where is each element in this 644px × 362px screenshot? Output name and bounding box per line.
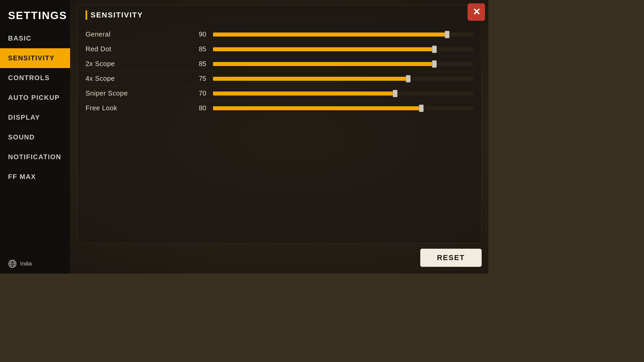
slider-value-3: 75	[186, 75, 206, 82]
sidebar-item-display[interactable]: DISPLAY	[0, 108, 70, 127]
sidebar-item-ff-max[interactable]: FF MAX	[0, 167, 70, 187]
sensitivity-panel: SENSITIVITY General 90 Red Dot 85 2x Sco…	[77, 5, 482, 243]
slider-fill-0	[213, 33, 447, 37]
sidebar-footer: India	[0, 254, 70, 274]
slider-track-2[interactable]	[213, 62, 473, 66]
main-content: SENSITIVITY General 90 Red Dot 85 2x Sco…	[70, 0, 488, 274]
slider-value-2: 85	[186, 60, 206, 68]
slider-value-4: 70	[186, 89, 206, 97]
slider-label-2: 2x Scope	[86, 60, 186, 68]
settings-title: SETTINGS	[0, 3, 70, 28]
slider-fill-4	[213, 92, 395, 96]
slider-track-5[interactable]	[213, 106, 473, 110]
sidebar-item-notification[interactable]: NOTIFICATION	[0, 147, 70, 167]
sidebar-item-auto-pickup[interactable]: AUTO PICKUP	[0, 88, 70, 108]
slider-track-4[interactable]	[213, 92, 473, 96]
slider-row-free-look: Free Look 80	[86, 101, 473, 115]
slider-fill-1	[213, 47, 434, 51]
slider-thumb-2[interactable]	[432, 60, 437, 68]
main-layout: SETTINGS BASICSENSITIVITYCONTROLSAUTO PI…	[0, 0, 488, 274]
reset-button[interactable]: RESET	[420, 249, 482, 267]
slider-label-5: Free Look	[86, 104, 186, 112]
section-title-row: SENSITIVITY	[86, 10, 473, 20]
section-title-text: SENSITIVITY	[91, 11, 143, 19]
slider-row-4x-scope: 4x Scope 75	[86, 71, 473, 86]
slider-thumb-1[interactable]	[432, 46, 437, 53]
slider-value-0: 90	[186, 31, 206, 38]
sidebar-item-controls[interactable]: CONTROLS	[0, 68, 70, 88]
section-accent-bar	[86, 10, 87, 20]
slider-thumb-5[interactable]	[419, 105, 424, 112]
slider-thumb-4[interactable]	[393, 90, 397, 97]
sidebar-item-sensitivity[interactable]: SENSITIVITY	[0, 48, 70, 68]
sidebar-item-sound[interactable]: SOUND	[0, 127, 70, 147]
globe-icon	[8, 259, 17, 268]
slider-label-0: General	[86, 31, 186, 38]
slider-label-1: Red Dot	[86, 45, 186, 53]
slider-label-4: Sniper Scope	[86, 89, 186, 97]
slider-track-3[interactable]	[213, 77, 473, 81]
sidebar: SETTINGS BASICSENSITIVITYCONTROLSAUTO PI…	[0, 0, 70, 274]
slider-row-sniper-scope: Sniper Scope 70	[86, 86, 473, 101]
slider-fill-3	[213, 77, 408, 81]
slider-track-1[interactable]	[213, 47, 473, 51]
slider-row-2x-scope: 2x Scope 85	[86, 57, 473, 71]
sidebar-item-basic[interactable]: BASIC	[0, 28, 70, 48]
region-label: India	[20, 261, 32, 267]
slider-thumb-3[interactable]	[406, 75, 411, 82]
bottom-bar: RESET	[77, 243, 482, 267]
slider-thumb-0[interactable]	[445, 31, 449, 38]
slider-fill-5	[213, 106, 421, 110]
slider-label-3: 4x Scope	[86, 75, 186, 82]
close-button[interactable]: ✕	[468, 3, 485, 21]
slider-row-general: General 90	[86, 27, 473, 42]
sliders-container: General 90 Red Dot 85 2x Scope 85	[86, 27, 473, 115]
slider-row-red-dot: Red Dot 85	[86, 42, 473, 57]
slider-track-0[interactable]	[213, 33, 473, 37]
slider-fill-2	[213, 62, 434, 66]
slider-value-1: 85	[186, 45, 206, 53]
close-icon: ✕	[473, 7, 480, 17]
slider-value-5: 80	[186, 104, 206, 112]
nav-menu: BASICSENSITIVITYCONTROLSAUTO PICKUPDISPL…	[0, 28, 70, 254]
